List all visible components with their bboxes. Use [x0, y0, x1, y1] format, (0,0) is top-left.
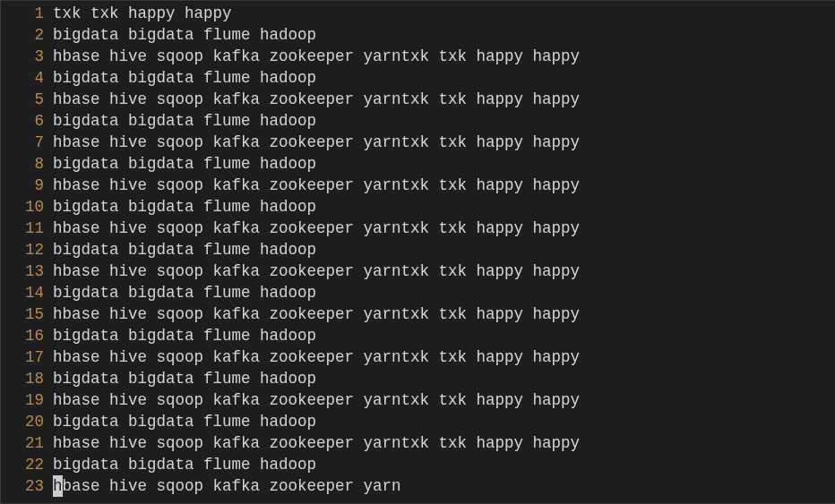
line-number: 18: [1, 368, 53, 389]
line-content[interactable]: bigdata bigdata flume hadoop: [53, 454, 316, 475]
line-number: 19: [1, 389, 53, 411]
editor-line[interactable]: 13hbase hive sqoop kafka zookeeper yarnt…: [1, 261, 835, 282]
editor-line[interactable]: 20bigdata bigdata flume hadoop: [1, 411, 835, 432]
line-number: 1: [1, 3, 53, 24]
line-content[interactable]: bigdata bigdata flume hadoop: [53, 196, 316, 218]
line-number: 22: [1, 454, 53, 475]
line-number: 15: [1, 303, 53, 325]
line-number: 7: [1, 132, 53, 153]
editor-line[interactable]: 23hbase hive sqoop kafka zookeeper yarn: [1, 475, 835, 497]
editor-lines: 1txk txk happy happy2bigdata bigdata flu…: [1, 1, 835, 497]
line-content[interactable]: hbase hive sqoop kafka zookeeper yarntxk…: [53, 346, 580, 368]
editor-line[interactable]: 22bigdata bigdata flume hadoop: [1, 454, 835, 475]
line-number: 9: [1, 175, 53, 196]
line-number: 17: [1, 346, 53, 368]
line-number: 10: [1, 196, 53, 218]
line-content[interactable]: bigdata bigdata flume hadoop: [53, 411, 316, 432]
line-content[interactable]: hbase hive sqoop kafka zookeeper yarntxk…: [53, 175, 580, 196]
line-content[interactable]: hbase hive sqoop kafka zookeeper yarntxk…: [53, 389, 580, 411]
line-content[interactable]: hbase hive sqoop kafka zookeeper yarntxk…: [53, 89, 580, 110]
line-number: 12: [1, 239, 53, 261]
editor-line[interactable]: 9hbase hive sqoop kafka zookeeper yarntx…: [1, 175, 835, 196]
line-number: 4: [1, 67, 53, 89]
line-content[interactable]: hbase hive sqoop kafka zookeeper yarn: [53, 475, 401, 497]
line-content[interactable]: hbase hive sqoop kafka zookeeper yarntxk…: [53, 432, 580, 454]
editor-line[interactable]: 1txk txk happy happy: [1, 3, 835, 24]
line-content[interactable]: hbase hive sqoop kafka zookeeper yarntxk…: [53, 261, 580, 282]
line-content[interactable]: bigdata bigdata flume hadoop: [53, 24, 316, 46]
editor-line[interactable]: 2bigdata bigdata flume hadoop: [1, 24, 835, 46]
editor-line[interactable]: 21hbase hive sqoop kafka zookeeper yarnt…: [1, 432, 835, 454]
line-number: 2: [1, 24, 53, 46]
editor-line[interactable]: 4bigdata bigdata flume hadoop: [1, 67, 835, 89]
line-number: 21: [1, 432, 53, 454]
line-content[interactable]: hbase hive sqoop kafka zookeeper yarntxk…: [53, 303, 580, 325]
line-number: 8: [1, 153, 53, 175]
line-number: 11: [1, 218, 53, 239]
line-content[interactable]: txk txk happy happy: [53, 3, 232, 24]
line-number: 3: [1, 46, 53, 67]
line-content[interactable]: bigdata bigdata flume hadoop: [53, 282, 316, 303]
editor-line[interactable]: 19hbase hive sqoop kafka zookeeper yarnt…: [1, 389, 835, 411]
line-content[interactable]: hbase hive sqoop kafka zookeeper yarntxk…: [53, 218, 580, 239]
editor-line[interactable]: 7hbase hive sqoop kafka zookeeper yarntx…: [1, 132, 835, 153]
editor-line[interactable]: 15hbase hive sqoop kafka zookeeper yarnt…: [1, 303, 835, 325]
line-content[interactable]: bigdata bigdata flume hadoop: [53, 239, 316, 261]
line-number: 20: [1, 411, 53, 432]
line-number: 16: [1, 325, 53, 346]
editor-line[interactable]: 11hbase hive sqoop kafka zookeeper yarnt…: [1, 218, 835, 239]
line-content[interactable]: bigdata bigdata flume hadoop: [53, 325, 316, 346]
line-number: 14: [1, 282, 53, 303]
line-number: 23: [1, 475, 53, 497]
editor-line[interactable]: 14bigdata bigdata flume hadoop: [1, 282, 835, 303]
editor-line[interactable]: 16bigdata bigdata flume hadoop: [1, 325, 835, 346]
line-content[interactable]: hbase hive sqoop kafka zookeeper yarntxk…: [53, 46, 580, 67]
line-number: 13: [1, 261, 53, 282]
editor-line[interactable]: 8bigdata bigdata flume hadoop: [1, 153, 835, 175]
line-content[interactable]: bigdata bigdata flume hadoop: [53, 67, 316, 89]
editor-line[interactable]: 10bigdata bigdata flume hadoop: [1, 196, 835, 218]
line-content[interactable]: bigdata bigdata flume hadoop: [53, 110, 316, 132]
editor-line[interactable]: 5hbase hive sqoop kafka zookeeper yarntx…: [1, 89, 835, 110]
editor-line[interactable]: 12bigdata bigdata flume hadoop: [1, 239, 835, 261]
line-content[interactable]: bigdata bigdata flume hadoop: [53, 368, 316, 389]
line-content[interactable]: hbase hive sqoop kafka zookeeper yarntxk…: [53, 132, 580, 153]
cursor-block: h: [53, 475, 63, 497]
editor-line[interactable]: 3hbase hive sqoop kafka zookeeper yarntx…: [1, 46, 835, 67]
line-number: 5: [1, 89, 53, 110]
editor-line[interactable]: 6bigdata bigdata flume hadoop: [1, 110, 835, 132]
editor-line[interactable]: 17hbase hive sqoop kafka zookeeper yarnt…: [1, 346, 835, 368]
line-text-after-cursor: base hive sqoop kafka zookeeper yarn: [63, 477, 401, 495]
code-editor[interactable]: 1txk txk happy happy2bigdata bigdata flu…: [0, 0, 835, 504]
line-number: 6: [1, 110, 53, 132]
editor-line[interactable]: 18bigdata bigdata flume hadoop: [1, 368, 835, 389]
line-content[interactable]: bigdata bigdata flume hadoop: [53, 153, 316, 175]
